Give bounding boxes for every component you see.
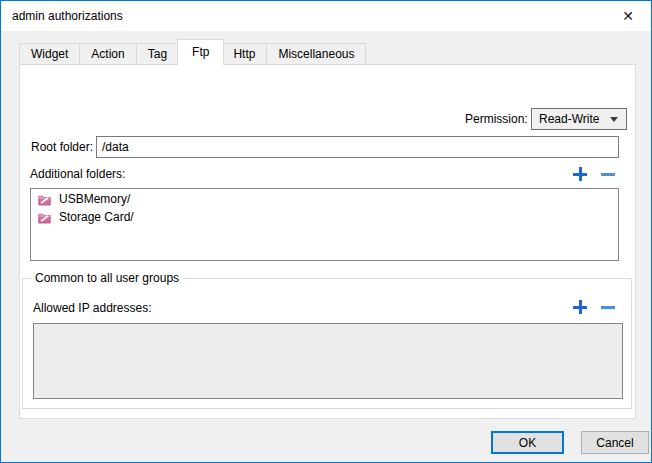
folder-name: USBMemory/ (59, 192, 130, 206)
chevron-down-icon (610, 117, 618, 122)
ip-address-list (33, 323, 623, 399)
tab-strip: Widget Action Tag Ftp Http Miscellaneous (19, 39, 366, 65)
add-ip-plus-icon[interactable] (572, 299, 588, 315)
permission-dropdown[interactable]: Read-Write (531, 108, 627, 130)
dialog-admin-authorizations: admin authorizations ✕ Widget Action Tag… (0, 0, 652, 463)
title-bar: admin authorizations ✕ (1, 1, 651, 31)
additional-folders-list[interactable]: USBMemory/ Storage Card/ (30, 188, 619, 261)
folder-name: Storage Card/ (59, 210, 134, 224)
allowed-ip-label: Allowed IP addresses: (33, 301, 152, 315)
close-icon: ✕ (622, 8, 634, 24)
tab-http[interactable]: Http (222, 43, 267, 65)
cancel-button[interactable]: Cancel (581, 431, 649, 454)
ok-button[interactable]: OK (491, 431, 564, 454)
add-folder-plus-icon[interactable] (572, 166, 588, 182)
additional-folders-label: Additional folders: (30, 167, 125, 181)
tab-miscellaneous[interactable]: Miscellaneous (267, 43, 366, 65)
tab-ftp[interactable]: Ftp (177, 39, 224, 65)
permission-label: Permission: (465, 112, 528, 126)
permission-value: Read-Write (539, 112, 610, 126)
groupbox-title: Common to all user groups (31, 271, 183, 285)
close-button[interactable]: ✕ (605, 1, 651, 31)
folder-list-item[interactable]: USBMemory/ (31, 191, 618, 207)
window-title: admin authorizations (12, 9, 123, 23)
folder-icon (38, 211, 51, 224)
folder-list-item[interactable]: Storage Card/ (31, 209, 618, 225)
remove-folder-minus-icon[interactable] (600, 166, 616, 182)
tab-widget[interactable]: Widget (19, 43, 80, 65)
remove-ip-minus-icon[interactable] (600, 299, 616, 315)
root-folder-label: Root folder: (31, 140, 93, 154)
folder-icon (38, 193, 51, 206)
root-folder-input[interactable] (96, 136, 619, 158)
tab-tag[interactable]: Tag (137, 43, 179, 65)
tab-action[interactable]: Action (80, 43, 136, 65)
